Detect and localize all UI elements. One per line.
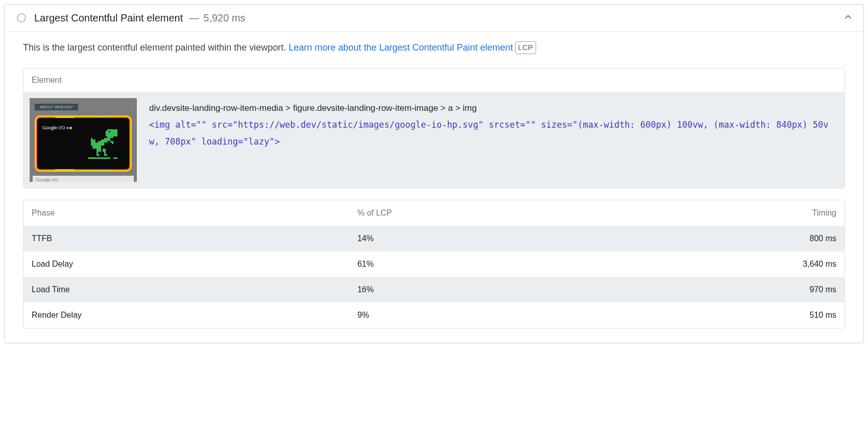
svg-rect-9 bbox=[92, 139, 95, 149]
pct-cell: 9% bbox=[349, 302, 599, 328]
svg-rect-14 bbox=[103, 149, 106, 152]
separator-dash: — bbox=[189, 12, 199, 24]
pct-cell: 14% bbox=[349, 226, 599, 251]
element-body: ABOUT WEB.DEV Google I/O bbox=[23, 92, 845, 188]
pct-cell: 61% bbox=[349, 251, 599, 277]
svg-rect-20 bbox=[113, 157, 118, 159]
col-phase: Phase bbox=[23, 200, 349, 226]
table-row: Render Delay 9% 510 ms bbox=[23, 302, 845, 328]
svg-rect-13 bbox=[97, 149, 101, 152]
table-row: TTFB 14% 800 ms bbox=[23, 226, 845, 251]
lcp-badge: LCP bbox=[515, 41, 536, 54]
element-section: Element ABOUT WEB.DEV Google I/O bbox=[23, 68, 845, 189]
svg-rect-7 bbox=[98, 141, 101, 149]
audit-total-timing: 5,920 ms bbox=[203, 12, 245, 24]
svg-rect-0 bbox=[107, 129, 117, 137]
svg-rect-10 bbox=[91, 138, 92, 146]
pct-cell: 16% bbox=[349, 277, 599, 302]
element-thumbnail: ABOUT WEB.DEV Google I/O bbox=[30, 98, 137, 182]
element-detail: div.devsite-landing-row-item-media > fig… bbox=[149, 98, 836, 150]
phase-cell: Load Delay bbox=[23, 251, 349, 277]
thumb-card-inner: Google I/O bbox=[37, 118, 129, 169]
svg-rect-16 bbox=[104, 152, 106, 156]
col-pct: % of LCP bbox=[349, 200, 599, 226]
timing-cell: 970 ms bbox=[599, 277, 845, 302]
audit-title: Largest Contentful Paint element bbox=[34, 12, 183, 24]
svg-rect-18 bbox=[106, 154, 107, 156]
timing-cell: 510 ms bbox=[599, 302, 845, 328]
svg-rect-19 bbox=[88, 157, 110, 159]
thumb-card: Google I/O bbox=[35, 115, 132, 172]
description-text: This is the largest contentful element p… bbox=[23, 42, 288, 53]
phase-cell: Render Delay bbox=[23, 302, 349, 328]
status-circle-icon bbox=[17, 13, 26, 22]
audit-header[interactable]: Largest Contentful Paint element — 5,920… bbox=[5, 5, 863, 32]
svg-rect-11 bbox=[110, 141, 113, 143]
svg-rect-3 bbox=[107, 136, 113, 138]
dino-icon bbox=[86, 126, 122, 164]
audit-description: This is the largest contentful element p… bbox=[23, 41, 845, 55]
svg-rect-8 bbox=[95, 143, 99, 149]
thumb-brand-text: Google I/O bbox=[42, 125, 72, 130]
timing-cell: 3,640 ms bbox=[599, 251, 845, 277]
chevron-up-icon[interactable] bbox=[843, 12, 853, 24]
phase-breakdown-table: Phase % of LCP Timing TTFB 14% 800 ms Lo… bbox=[23, 200, 845, 329]
col-timing: Timing bbox=[599, 200, 845, 226]
svg-rect-2 bbox=[109, 131, 110, 132]
svg-rect-17 bbox=[98, 154, 100, 156]
table-row: Load Delay 61% 3,640 ms bbox=[23, 251, 845, 277]
audit-panel: Largest Contentful Paint element — 5,920… bbox=[4, 4, 864, 343]
table-row: Load Time 16% 970 ms bbox=[23, 277, 845, 302]
svg-rect-1 bbox=[106, 131, 107, 137]
svg-rect-15 bbox=[97, 152, 98, 156]
element-html-snippet: <img alt="" src="https://web.dev/static/… bbox=[149, 116, 836, 150]
svg-rect-4 bbox=[107, 138, 110, 141]
element-section-header: Element bbox=[23, 68, 845, 92]
thumb-caption: Google I/O bbox=[33, 176, 134, 182]
audit-body: This is the largest contentful element p… bbox=[5, 32, 863, 343]
thumb-tab-label: ABOUT WEB.DEV bbox=[35, 104, 78, 110]
svg-rect-6 bbox=[101, 139, 104, 146]
phase-cell: Load Time bbox=[23, 277, 349, 302]
phase-cell: TTFB bbox=[23, 226, 349, 251]
learn-more-link[interactable]: Learn more about the Largest Contentful … bbox=[288, 42, 513, 53]
svg-rect-12 bbox=[112, 143, 113, 144]
element-selector-path: div.devsite-landing-row-item-media > fig… bbox=[149, 100, 836, 116]
svg-rect-5 bbox=[104, 138, 107, 143]
timing-cell: 800 ms bbox=[599, 226, 845, 251]
table-header-row: Phase % of LCP Timing bbox=[23, 200, 845, 226]
